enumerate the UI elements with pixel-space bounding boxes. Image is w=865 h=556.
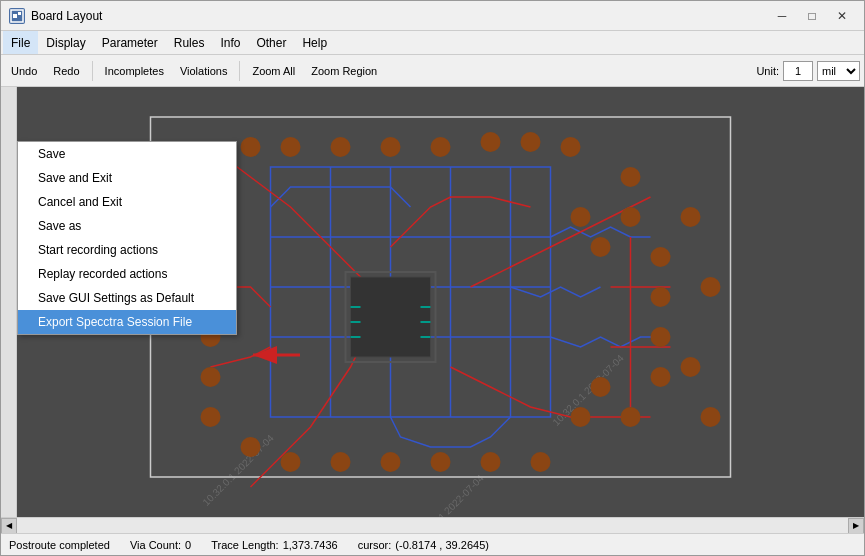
svg-point-58 (241, 137, 261, 157)
svg-point-55 (701, 277, 721, 297)
svg-point-38 (621, 207, 641, 227)
close-button[interactable]: ✕ (828, 6, 856, 26)
menu-info[interactable]: Info (212, 31, 248, 54)
svg-point-29 (201, 407, 221, 427)
status-bar: Postroute completed Via Count: 0 Trace L… (1, 533, 864, 555)
svg-point-54 (681, 207, 701, 227)
svg-point-43 (621, 407, 641, 427)
svg-rect-1 (13, 14, 17, 18)
svg-point-34 (481, 132, 501, 152)
window-controls: ─ □ ✕ (768, 6, 856, 26)
menu-item-export-specctra[interactable]: Export Specctra Session File (18, 310, 236, 334)
menu-item-start-recording[interactable]: Start recording actions (18, 238, 236, 262)
status-text-item: Postroute completed (9, 539, 110, 551)
menu-item-save-as[interactable]: Save as (18, 214, 236, 238)
svg-point-49 (531, 452, 551, 472)
via-count-value: 0 (185, 539, 191, 551)
incompletes-button[interactable]: Incompletes (99, 63, 170, 79)
menu-item-replay-recorded[interactable]: Replay recorded actions (18, 262, 236, 286)
svg-point-39 (651, 247, 671, 267)
svg-point-40 (651, 287, 671, 307)
menu-parameter[interactable]: Parameter (94, 31, 166, 54)
svg-point-44 (281, 452, 301, 472)
menu-help[interactable]: Help (294, 31, 335, 54)
redo-button[interactable]: Redo (47, 63, 85, 79)
unit-label: Unit: (756, 65, 779, 77)
svg-point-33 (431, 137, 451, 157)
menu-item-save[interactable]: Save (18, 142, 236, 166)
via-count-label: Via Count: (130, 539, 181, 551)
svg-point-47 (431, 452, 451, 472)
cursor-label: cursor: (358, 539, 392, 551)
maximize-button[interactable]: □ (798, 6, 826, 26)
scroll-track[interactable] (17, 518, 848, 534)
svg-point-46 (381, 452, 401, 472)
cursor-value: (-0.8174 , 39.2645) (395, 539, 489, 551)
trace-length-value: 1,373.7436 (283, 539, 338, 551)
svg-point-30 (281, 137, 301, 157)
menu-display[interactable]: Display (38, 31, 93, 54)
trace-length-item: Trace Length: 1,373.7436 (211, 539, 338, 551)
menu-item-save-and-exit[interactable]: Save and Exit (18, 166, 236, 190)
horizontal-scrollbar[interactable]: ◀ ▶ (1, 517, 864, 533)
svg-point-59 (241, 437, 261, 457)
zoom-all-button[interactable]: Zoom All (246, 63, 301, 79)
scroll-right-arrow[interactable]: ▶ (848, 518, 864, 534)
vertical-ruler (1, 87, 17, 517)
cursor-item: cursor: (-0.8174 , 39.2645) (358, 539, 489, 551)
toolbar-separator-2 (239, 61, 240, 81)
menu-bar: File Display Parameter Rules Info Other … (1, 31, 864, 55)
svg-point-36 (561, 137, 581, 157)
main-area: 10.32.0.1 2022-07-04 10.32.0.1 2022-07-0… (1, 87, 864, 517)
toolbar-separator-1 (92, 61, 93, 81)
menu-item-save-gui-settings[interactable]: Save GUI Settings as Default (18, 286, 236, 310)
svg-point-50 (571, 207, 591, 227)
svg-point-52 (591, 377, 611, 397)
svg-point-28 (201, 367, 221, 387)
svg-point-37 (621, 167, 641, 187)
svg-point-41 (651, 327, 671, 347)
menu-file[interactable]: File (3, 31, 38, 54)
svg-point-51 (591, 237, 611, 257)
status-text: Postroute completed (9, 539, 110, 551)
zoom-region-button[interactable]: Zoom Region (305, 63, 383, 79)
svg-point-42 (651, 367, 671, 387)
minimize-button[interactable]: ─ (768, 6, 796, 26)
svg-point-45 (331, 452, 351, 472)
toolbar: Undo Redo Incompletes Violations Zoom Al… (1, 55, 864, 87)
app-icon (9, 8, 25, 24)
menu-item-cancel-and-exit[interactable]: Cancel and Exit (18, 190, 236, 214)
svg-point-57 (701, 407, 721, 427)
svg-point-32 (381, 137, 401, 157)
violations-button[interactable]: Violations (174, 63, 234, 79)
svg-point-53 (571, 407, 591, 427)
main-window: Board Layout ─ □ ✕ File Display Paramete… (0, 0, 865, 556)
unit-section: Unit: mil mm inch (756, 61, 860, 81)
window-title: Board Layout (31, 9, 768, 23)
via-count-item: Via Count: 0 (130, 539, 191, 551)
unit-select[interactable]: mil mm inch (817, 61, 860, 81)
canvas-area[interactable]: 10.32.0.1 2022-07-04 10.32.0.1 2022-07-0… (17, 87, 864, 517)
undo-button[interactable]: Undo (5, 63, 43, 79)
menu-rules[interactable]: Rules (166, 31, 213, 54)
svg-point-48 (481, 452, 501, 472)
svg-point-56 (681, 357, 701, 377)
svg-point-31 (331, 137, 351, 157)
trace-length-label: Trace Length: (211, 539, 278, 551)
svg-rect-61 (351, 277, 431, 357)
scroll-left-arrow[interactable]: ◀ (1, 518, 17, 534)
svg-rect-2 (18, 12, 21, 15)
title-bar: Board Layout ─ □ ✕ (1, 1, 864, 31)
unit-input[interactable] (783, 61, 813, 81)
menu-other[interactable]: Other (248, 31, 294, 54)
dropdown-menu: Save Save and Exit Cancel and Exit Save … (17, 141, 237, 335)
file-dropdown: Save Save and Exit Cancel and Exit Save … (17, 141, 237, 335)
svg-point-35 (521, 132, 541, 152)
